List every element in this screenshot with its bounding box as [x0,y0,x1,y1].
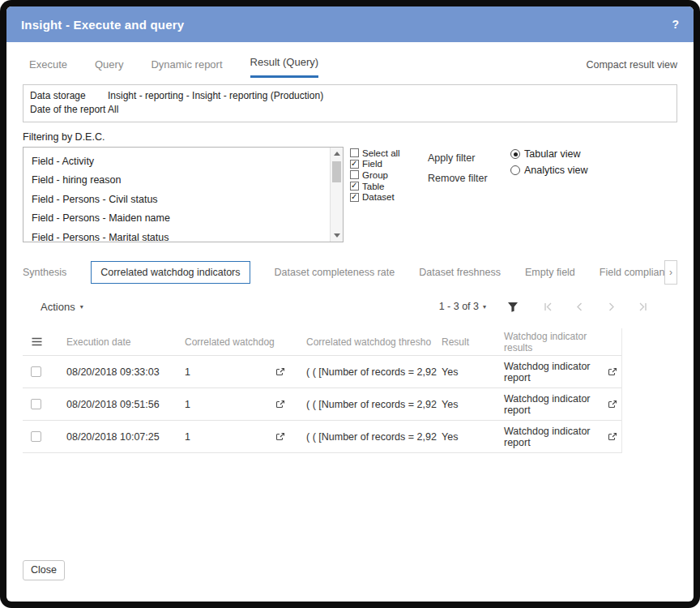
next-page-icon[interactable] [606,302,617,312]
analytics-view-radio[interactable] [510,165,520,175]
checkbox-dataset[interactable]: Dataset [350,191,416,203]
tab-synthesis[interactable]: Synthesis [23,267,66,278]
tab-execute[interactable]: Execute [29,58,67,78]
close-button[interactable]: Close [23,560,65,580]
report-date-label: Date of the report [30,103,108,117]
external-link-icon[interactable] [608,400,617,409]
dialog: Insight - Execute and query ? Execute Qu… [6,6,694,602]
cell-result: Yes [442,366,504,378]
checkbox-table[interactable]: Table [350,181,416,192]
table-row[interactable]: 08/20/2018 09:33:03 1 ( ( [Number of rec… [23,356,621,388]
page-range-dropdown[interactable]: 1 - 3 of 3 ▾ [439,301,486,312]
col-execution-date: Execution date [66,336,185,348]
col-correlated-watchdog: Correlated watchdog [185,336,306,348]
tab-correlated-watchdog-indicators[interactable]: Correlated watchdog indicators [91,261,250,284]
last-page-icon[interactable] [638,302,648,312]
tab-query[interactable]: Query [95,58,123,78]
external-link-icon[interactable] [608,432,617,442]
checkbox-label: Table [362,182,385,191]
first-page-icon[interactable] [543,302,553,312]
external-link-icon[interactable] [275,432,285,442]
result-tab-strip: Synthesis Correlated watchdog indicators… [23,260,664,285]
remove-filter-button[interactable]: Remove filter [428,173,499,184]
radio-label: Analytics view [524,165,588,176]
table-toolbar: Actions ▾ 1 - 3 of 3 ▾ [6,298,694,315]
help-button[interactable]: ? [672,18,679,31]
actions-menu[interactable]: Actions ▾ [41,301,83,313]
dataset-checkbox[interactable] [350,193,359,202]
arrow-up-icon [334,152,340,156]
tab-dynamic-report[interactable]: Dynamic report [151,58,222,78]
scroll-up-button[interactable] [331,148,343,160]
listbox-scrollbar[interactable] [330,148,343,242]
arrow-down-icon [334,233,340,238]
tab-dataset-freshness[interactable]: Dataset freshness [419,267,501,278]
data-storage-value: Insight - reporting - Insight - reportin… [108,89,323,103]
list-item[interactable]: Field - Persons - Civil status [23,190,330,209]
tab-scroll-next-button[interactable]: › [664,260,677,285]
row-checkbox[interactable] [31,366,41,377]
list-item[interactable]: Field - Persons - Maiden name [23,209,330,229]
external-link-icon[interactable] [275,400,285,409]
cell-execution-date: 08/20/2018 09:33:03 [66,366,185,378]
scroll-down-button[interactable] [331,229,343,242]
row-checkbox[interactable] [31,431,41,442]
dec-listbox[interactable]: Field - Activity Field - hiring reason F… [23,147,344,242]
checkbox-group[interactable]: Group [350,169,416,181]
table-checkbox[interactable] [350,182,359,191]
col-result: Result [442,336,504,348]
apply-filter-button[interactable]: Apply filter [428,152,499,164]
field-checkbox[interactable] [350,160,359,169]
cell-result: Yes [442,431,504,443]
external-link-icon[interactable] [608,367,617,377]
results-table: Execution date Correlated watchdog Corre… [23,328,622,453]
list-item[interactable]: Field - hiring reason [23,171,330,191]
checkbox-label: Field [362,159,382,169]
chevron-down-icon: ▾ [80,303,83,310]
checkbox-label: Group [362,170,388,180]
tab-empty-field[interactable]: Empty field [525,267,575,278]
row-checkbox[interactable] [31,399,41,409]
select-all-checkbox[interactable] [350,148,359,157]
table-row[interactable]: 08/20/2018 10:07:25 1 ( ( [Number of rec… [23,421,621,453]
cell-execution-date: 08/20/2018 10:07:25 [66,431,185,443]
filtering-area: Field - Activity Field - hiring reason F… [6,147,694,242]
cell-correlated-watchdog: 1 [185,431,190,443]
column-menu-icon[interactable] [31,336,43,347]
window-frame: Insight - Execute and query ? Execute Qu… [0,0,700,608]
radio-label: Tabular view [524,148,580,160]
compact-result-view-link[interactable]: Compact result view [586,59,677,78]
scrollbar-thumb[interactable] [332,161,341,182]
analytics-view-option[interactable]: Analytics view [510,165,588,176]
data-storage-row: Data storage Insight - reporting - Insig… [30,89,670,103]
group-checkbox[interactable] [350,170,359,179]
watchdog-report-link[interactable]: Watchdog indicator report [504,426,608,448]
list-item[interactable]: Field - Persons - Marital status [23,228,330,247]
checkbox-field[interactable]: Field [350,159,416,170]
cell-correlated-watchdog: 1 [185,366,190,378]
title-bar: Insight - Execute and query ? [6,6,694,42]
filter-actions: Apply filter Remove filter [428,147,499,184]
tab-dataset-completeness-rate[interactable]: Dataset completeness rate [275,267,395,278]
table-header: Execution date Correlated watchdog Corre… [23,328,621,356]
chevron-down-icon: ▾ [483,303,486,310]
tabular-view-option[interactable]: Tabular view [510,148,588,160]
checkbox-label: Select all [362,148,400,158]
list-item[interactable]: Field - Activity [23,152,330,171]
external-link-icon[interactable] [275,367,285,377]
tab-field-compliance[interactable]: Field compliance ag [600,267,664,278]
watchdog-report-link[interactable]: Watchdog indicator report [504,393,608,416]
report-info-box: Data storage Insight - reporting - Insig… [23,84,677,122]
checkbox-select-all[interactable]: Select all [350,148,416,159]
tabular-view-radio[interactable] [510,149,520,159]
previous-page-icon[interactable] [574,302,585,312]
filter-funnel-icon[interactable] [507,302,519,312]
result-tab-bar: Synthesis Correlated watchdog indicators… [23,260,677,285]
filter-checkbox-group: Select all Field Group Table Dataset [350,147,416,203]
watchdog-report-link[interactable]: Watchdog indicator report [504,361,608,383]
table-row[interactable]: 08/20/2018 09:51:56 1 ( ( [Number of rec… [23,388,621,421]
col-correlated-watchdog-threshold: Correlated watchdog thresho [306,336,442,348]
tab-result-query[interactable]: Result (Query) [250,56,319,78]
actions-label: Actions [41,301,75,313]
cell-threshold: ( ( [Number of records = 2,92 [306,366,442,378]
